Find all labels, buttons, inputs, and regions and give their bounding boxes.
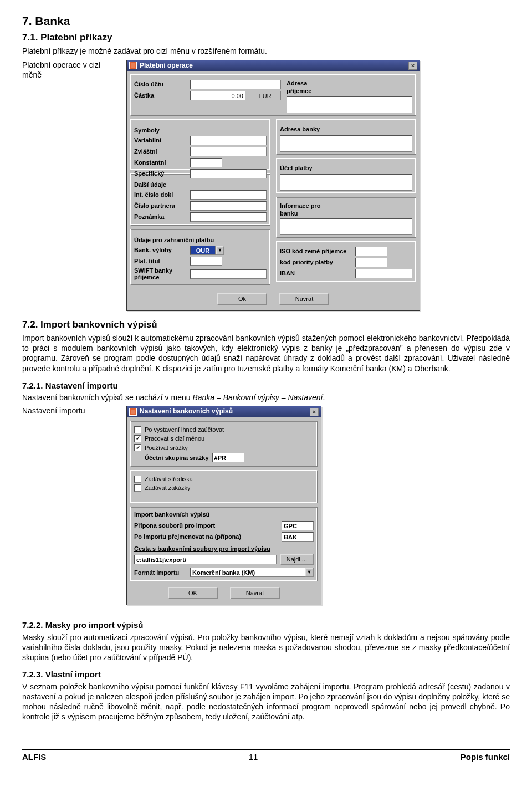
- heading-7-2-1: 7.2.1. Nastavení importu: [22, 380, 510, 391]
- input-iso-kod[interactable]: [355, 247, 387, 256]
- lbl-adresa-banky: Adresa banky: [280, 125, 327, 133]
- input-plat-titul[interactable]: [190, 257, 222, 266]
- lbl-symboly: Symboly: [134, 126, 267, 134]
- lbl-po-importu: Po importu přejmenovat na (přípona): [134, 533, 278, 540]
- lbl-swift: SWIFT banky příjemce: [134, 267, 187, 280]
- lbl-konstantni: Konstantní: [134, 159, 187, 166]
- lbl-zahranicni: Údaje pro zahraniční platbu: [134, 236, 267, 244]
- navrat-button[interactable]: Návrat: [230, 587, 280, 599]
- input-konstantni[interactable]: [190, 158, 222, 167]
- input-po-importu[interactable]: BAK: [282, 532, 314, 542]
- lbl-format-importu: Formát importu: [134, 569, 187, 576]
- para-7-2: Import bankovních výpisů slouží k automa…: [22, 333, 510, 374]
- close-icon[interactable]: ×: [310, 408, 319, 416]
- heading-7-2: 7.2. Import bankovních výpisů: [22, 319, 510, 331]
- lbl-bank-vylohy: Bank. výlohy: [134, 246, 187, 254]
- lbl-adresa-prijemce: Adresa příjemce: [287, 79, 334, 95]
- input-kod-priority[interactable]: [355, 258, 387, 267]
- para-7-2-2: Masky slouží pro automatizaci zpracování…: [22, 632, 510, 663]
- lbl-zakazky: Zadávat zakázky: [145, 484, 191, 492]
- heading-7: 7. Banka: [22, 13, 510, 28]
- dialog-platebni-operace: Platební operace × Číslo účtu Částka: [126, 60, 420, 311]
- caption-platebni-operace: Platební operace v cizí měně: [22, 60, 116, 80]
- checkbox-zakazky[interactable]: [134, 484, 141, 492]
- lbl-poznamka: Poznámka: [134, 213, 187, 221]
- lbl-ucel-platby: Účel platby: [280, 164, 327, 172]
- input-variabilni[interactable]: [190, 136, 267, 145]
- lbl-import-section: import bankovních výpisů: [134, 510, 314, 518]
- lbl-ucetni-skupina: Účetní skupina srážky: [145, 454, 209, 462]
- lbl-specificky: Specifický: [134, 170, 187, 177]
- dialog2-titlebar: Nastavení bankovních výpisů ×: [127, 406, 321, 417]
- checkbox-po-vystaveni[interactable]: [134, 426, 141, 433]
- caption-nastaveni-importu: Nastavení importu: [22, 406, 116, 416]
- navrat-button[interactable]: Návrat: [279, 293, 329, 305]
- lbl-plat-titul: Plat. titul: [134, 257, 187, 265]
- input-int-cislo[interactable]: [190, 190, 267, 200]
- heading-7-2-3: 7.2.3. Vlastní import: [22, 669, 510, 680]
- dialog2-title: Nastavení bankovních výpisů: [140, 407, 233, 416]
- lbl-iban: IBAN: [280, 269, 352, 277]
- input-adresa-banky[interactable]: [280, 135, 412, 152]
- lbl-po-vystaveni: Po vystavení ihned zaúčtovat: [145, 426, 224, 433]
- lbl-int-cislo: Int. číslo dokl: [134, 191, 187, 198]
- input-swift[interactable]: [190, 269, 267, 279]
- lbl-castka: Částka: [134, 91, 187, 99]
- para-7-2-1: Nastavení bankovních výpisů se nachází v…: [22, 392, 510, 402]
- lbl-kod-priority: kód priority platby: [280, 258, 352, 266]
- footer-left: ALFIS: [22, 752, 46, 763]
- select-bank-vylohy[interactable]: OUR: [190, 246, 216, 255]
- select-format-importu[interactable]: Komerční banka (KM): [190, 568, 305, 577]
- app-logo-icon: [129, 408, 137, 416]
- najdi-button[interactable]: Najdi ...: [280, 554, 314, 565]
- input-cesta[interactable]: c:\alfis11j\export\: [134, 555, 277, 564]
- input-ucetni-skupina[interactable]: #PR: [212, 453, 244, 462]
- input-poznamka[interactable]: [190, 212, 267, 222]
- dropdown-icon[interactable]: ▼: [305, 568, 314, 577]
- input-castka[interactable]: 0,00: [190, 91, 245, 100]
- lbl-cesta-soubory: Cesta s bankovními soubory pro import vý…: [134, 545, 314, 553]
- input-zvlastni[interactable]: [190, 147, 267, 156]
- lbl-dalsi-udaje: Další údaje: [134, 181, 267, 188]
- heading-7-1: 7.1. Platební příkazy: [22, 32, 510, 44]
- dialog-nastaveni-vypisu: Nastavení bankovních výpisů × Po vystave…: [126, 406, 321, 605]
- input-adresa-prijemce[interactable]: [287, 96, 412, 113]
- footer-page-number: 11: [249, 752, 258, 763]
- lbl-zvlastni: Zvláštní: [134, 147, 187, 155]
- ok-button[interactable]: Ok: [217, 293, 267, 305]
- lbl-info-banku: Informace pro banku: [280, 202, 327, 218]
- input-iban[interactable]: [355, 269, 412, 278]
- lbl-strediska: Zadávat střediska: [145, 475, 193, 483]
- input-ucel-platby[interactable]: [280, 174, 412, 191]
- para-7-2-3: V seznam položek bankovního výpisu pomoc…: [22, 682, 510, 722]
- footer-right: Popis funkcí: [461, 752, 510, 763]
- lbl-variabilni: Variabilní: [134, 136, 187, 144]
- app-logo-icon: [129, 62, 137, 69]
- lbl-cislo-partnera: Číslo partnera: [134, 202, 187, 210]
- checkbox-srazky[interactable]: [134, 444, 141, 451]
- input-pripona-import[interactable]: GPC: [282, 521, 314, 530]
- ok-button[interactable]: OK: [168, 587, 218, 599]
- input-cislo-partnera[interactable]: [190, 201, 267, 211]
- checkbox-cizi-mena[interactable]: [134, 435, 141, 442]
- lbl-cizi-mena: Pracovat s cizí měnou: [145, 435, 204, 442]
- dialog1-title: Platební operace: [140, 62, 193, 70]
- dialog1-titlebar: Platební operace ×: [127, 60, 420, 71]
- display-currency: EUR: [249, 91, 281, 100]
- lbl-iso-kod: ISO kód země příjemce: [280, 247, 352, 255]
- para-7-1: Platební příkazy je možné zadávat pro ci…: [22, 46, 510, 56]
- lbl-pripona-import: Přípona souborů pro import: [134, 522, 278, 529]
- heading-7-2-2: 7.2.2. Masky pro import výpisů: [22, 620, 510, 631]
- checkbox-strediska[interactable]: [134, 476, 141, 483]
- lbl-srazky: Používat srážky: [145, 444, 188, 452]
- input-specificky[interactable]: [190, 169, 267, 178]
- lbl-cislo-uctu: Číslo účtu: [134, 80, 187, 88]
- input-info-banku[interactable]: [280, 218, 412, 235]
- input-cislo-uctu[interactable]: [190, 80, 281, 89]
- page-footer: ALFIS 11 Popis funkcí: [22, 749, 510, 763]
- dropdown-icon[interactable]: ▼: [216, 246, 224, 255]
- close-icon[interactable]: ×: [408, 62, 417, 70]
